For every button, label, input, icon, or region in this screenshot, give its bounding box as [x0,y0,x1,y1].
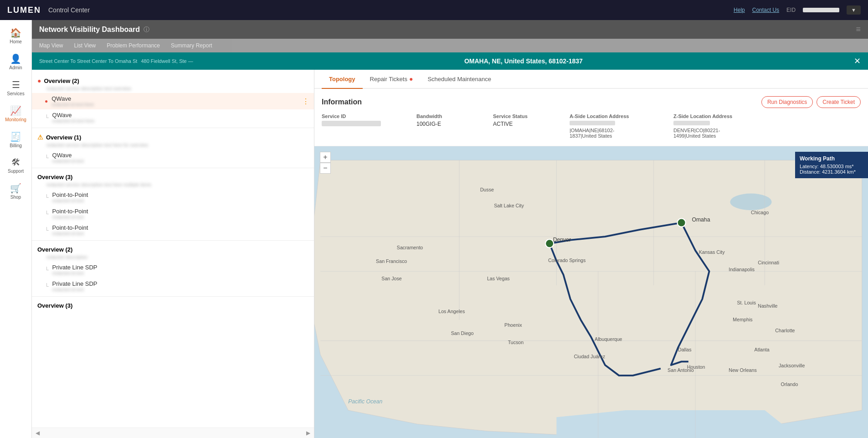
tab-scheduled-maintenance[interactable]: Scheduled Maintenance [420,70,498,88]
svg-text:Salt Lake City: Salt Lake City [494,203,524,208]
header-buttons: Run Diagnostics Create Ticket [761,96,861,108]
dashboard-help-icon[interactable]: ⓘ [144,26,149,34]
info-col-status-value: ACTIVE [493,121,566,127]
overview-header-4: Overview (2) [37,244,308,255]
item-subtitle-qwave-3: redacted-id-text [52,159,84,164]
info-col-status-header: Service Status [493,113,566,119]
zside-address: DENVER|CO|80221-1499|United States [673,128,765,139]
help-link[interactable]: Help [734,7,745,13]
sidebar-item-shop-label: Shop [10,195,21,200]
info-col-service-id: Service ID [322,113,413,139]
sidebar-item-shop[interactable]: 🛒 Shop [0,179,31,203]
sidebar-item-services[interactable]: ☰ Services [0,76,31,100]
dashboard-header: Network Visibility Dashboard ⓘ ≡ [32,20,868,39]
sidebar-item-billing[interactable]: 🧾 Billing [0,128,31,152]
tab-repair-tickets[interactable]: Repair Tickets ● [363,70,421,88]
app-title: Control Center [48,6,90,14]
overview-header-2: ⚠ Overview (1) [37,132,308,143]
svg-point-15 [545,239,554,247]
svg-point-14 [677,218,685,227]
dots-menu-icon[interactable]: ⋮ [302,97,309,106]
list-item-ptp-3[interactable]: └ Point-to-Point redacted-id-text [32,222,314,238]
info-col-bandwidth-value: 100GIG-E [416,121,489,127]
svg-text:St. Louis: St. Louis [737,300,756,305]
contact-us-link[interactable]: Contact Us [752,7,779,13]
map-controls: + − [320,152,331,174]
banner-prefix: Street Center To Street Center To Omaha … [39,58,137,64]
subtab-summary-report[interactable]: Summary Report [171,42,212,49]
svg-text:Los Angeles: Los Angeles [438,309,465,314]
list-item-content-pls-2: Private Line SDP redacted-id-text [52,280,98,292]
svg-text:Indianapolis: Indianapolis [729,267,755,272]
list-item-content-ptp-3: Point-to-Point redacted-id-text [52,224,88,236]
subtab-map-view[interactable]: Map View [39,42,63,49]
sidebar-item-home[interactable]: 🏠 Home [0,24,31,48]
item-title-ptp-2: Point-to-Point [52,208,88,215]
support-icon: 🛠 [11,157,21,168]
split-panel: ● Overview (2) redacted service descript… [32,70,868,438]
admin-icon: 👤 [10,53,21,64]
map-zoom-out-button[interactable]: − [320,163,331,174]
dashboard-title: Network Visibility Dashboard [39,26,140,34]
list-item-pls-1[interactable]: └ Private Line SDP redacted-id-text [32,262,314,278]
item-subtitle-pls-1: redacted-id-text [52,271,98,276]
create-ticket-button[interactable]: Create Ticket [817,96,861,108]
repair-tickets-badge: ● [409,75,413,82]
list-item-ptp-1[interactable]: └ Point-to-Point redacted-id-text [32,189,314,206]
svg-point-3 [730,194,771,211]
list-item-qwave-3[interactable]: └ QWave redacted-id-text [32,149,314,166]
overview-header-5: Overview (3) [37,300,308,311]
content-area: Network Visibility Dashboard ⓘ ≡ Map Vie… [32,20,868,438]
map-zoom-in-button[interactable]: + [320,152,331,163]
overview-section-3: Overview (3) redacted service descriptio… [32,170,314,187]
svg-text:Nashville: Nashville [758,303,777,309]
overview-section-4: Overview (2) redacted description [32,242,314,260]
svg-text:Tucson: Tucson [508,340,524,345]
svg-text:Denver: Denver [553,237,571,243]
subtab-list-view[interactable]: List View [74,42,96,49]
tabs-bar: Topology Repair Tickets ● Scheduled Main… [314,70,868,89]
item-subtitle-ptp-1: redacted-id-text [52,198,88,203]
overview-title-3: Overview (3) [37,174,72,180]
list-item-pls-2[interactable]: └ Private Line SDP redacted-id-text [32,278,314,294]
overview-subtitle-1: redacted service description text overvi… [46,86,308,91]
sub-tabs: Map View List View Problem Performance S… [32,39,868,52]
sidebar-item-admin[interactable]: 👤 Admin [0,50,31,74]
info-col-aside-header: A-Side Location Address [570,113,670,119]
shop-icon: 🛒 [10,183,21,194]
svg-text:Dallas: Dallas [678,347,692,352]
working-path-distance: Distance: 4231.3604 km* [800,169,863,175]
info-col-zside: Z-Side Location Address DENVER|CO|80221-… [673,113,765,139]
sidebar-item-support[interactable]: 🛠 Support [0,154,31,177]
tab-repair-tickets-label: Repair Tickets [370,76,407,82]
svg-text:Phoenix: Phoenix [504,322,522,328]
list-scroll[interactable]: ● Overview (2) redacted service descript… [32,70,314,428]
overview-section-5: Overview (3) [32,299,314,311]
sidebar-item-admin-label: Admin [9,65,22,70]
svg-text:Orlando: Orlando [781,381,798,387]
svg-text:Sacramento: Sacramento [397,245,423,250]
sidebar-item-home-label: Home [10,39,22,44]
list-item-ptp-2[interactable]: └ Point-to-Point redacted-id-text [32,206,314,222]
map-svg: Omaha Denver Kansas City Colorado Spring… [314,146,868,438]
list-item-qwave-2[interactable]: └ QWave redacted-id-text-here [32,109,314,126]
banner-close-icon[interactable]: ✕ [854,56,861,66]
item-icon-ptp-1: └ [45,194,49,201]
top-nav: LUMEN Control Center Help Contact Us EID… [0,0,868,20]
svg-text:Charlotte: Charlotte [775,328,795,333]
svg-text:San Francisco: San Francisco [376,258,407,264]
subtab-problem-performance[interactable]: Problem Performance [107,42,160,49]
overview-subtitle-3: redacted service description text here m… [46,182,308,187]
error-dot-icon: ● [45,98,48,104]
user-account-button[interactable]: ▼ [847,5,861,15]
run-diagnostics-button[interactable]: Run Diagnostics [761,96,813,108]
right-panel: Topology Repair Tickets ● Scheduled Main… [314,70,868,438]
sidebar-item-monitoring[interactable]: 📈 Monitoring [0,102,31,126]
list-item-qwave-1[interactable]: ● QWave redacted-id-text-here ⋮ [32,93,314,109]
tab-topology[interactable]: Topology [322,70,363,89]
scroll-left-arrow[interactable]: ◀ [36,430,40,436]
scroll-right-arrow[interactable]: ▶ [306,430,310,436]
main-layout: 🏠 Home 👤 Admin ☰ Services 📈 Monitoring 🧾… [0,20,868,438]
overview-title-4: Overview (2) [37,246,72,253]
item-title-pls-1: Private Line SDP [52,264,98,271]
